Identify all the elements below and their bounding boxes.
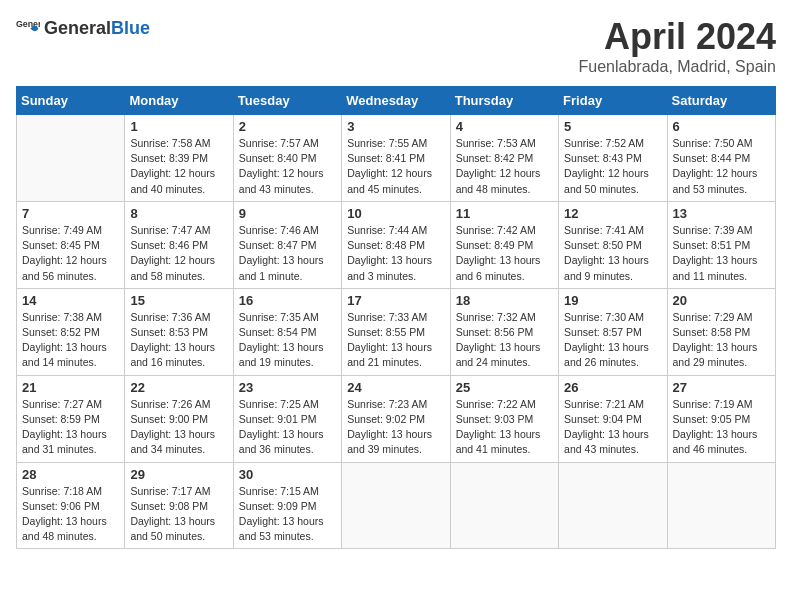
calendar-week-row: 28Sunrise: 7:18 AM Sunset: 9:06 PM Dayli… bbox=[17, 462, 776, 549]
day-number: 12 bbox=[564, 206, 661, 221]
day-info: Sunrise: 7:57 AM Sunset: 8:40 PM Dayligh… bbox=[239, 136, 336, 197]
day-info: Sunrise: 7:46 AM Sunset: 8:47 PM Dayligh… bbox=[239, 223, 336, 284]
calendar-cell: 24Sunrise: 7:23 AM Sunset: 9:02 PM Dayli… bbox=[342, 375, 450, 462]
day-info: Sunrise: 7:52 AM Sunset: 8:43 PM Dayligh… bbox=[564, 136, 661, 197]
calendar-cell: 27Sunrise: 7:19 AM Sunset: 9:05 PM Dayli… bbox=[667, 375, 775, 462]
day-number: 19 bbox=[564, 293, 661, 308]
day-number: 7 bbox=[22, 206, 119, 221]
day-info: Sunrise: 7:21 AM Sunset: 9:04 PM Dayligh… bbox=[564, 397, 661, 458]
calendar-cell: 2Sunrise: 7:57 AM Sunset: 8:40 PM Daylig… bbox=[233, 115, 341, 202]
calendar-cell: 22Sunrise: 7:26 AM Sunset: 9:00 PM Dayli… bbox=[125, 375, 233, 462]
day-info: Sunrise: 7:36 AM Sunset: 8:53 PM Dayligh… bbox=[130, 310, 227, 371]
calendar-cell bbox=[667, 462, 775, 549]
day-number: 26 bbox=[564, 380, 661, 395]
day-number: 27 bbox=[673, 380, 770, 395]
day-of-week-header: Thursday bbox=[450, 87, 558, 115]
day-info: Sunrise: 7:44 AM Sunset: 8:48 PM Dayligh… bbox=[347, 223, 444, 284]
day-info: Sunrise: 7:53 AM Sunset: 8:42 PM Dayligh… bbox=[456, 136, 553, 197]
day-number: 10 bbox=[347, 206, 444, 221]
day-number: 24 bbox=[347, 380, 444, 395]
calendar-cell: 3Sunrise: 7:55 AM Sunset: 8:41 PM Daylig… bbox=[342, 115, 450, 202]
calendar-cell: 10Sunrise: 7:44 AM Sunset: 8:48 PM Dayli… bbox=[342, 201, 450, 288]
day-info: Sunrise: 7:19 AM Sunset: 9:05 PM Dayligh… bbox=[673, 397, 770, 458]
day-number: 16 bbox=[239, 293, 336, 308]
day-info: Sunrise: 7:25 AM Sunset: 9:01 PM Dayligh… bbox=[239, 397, 336, 458]
day-number: 18 bbox=[456, 293, 553, 308]
calendar-cell: 4Sunrise: 7:53 AM Sunset: 8:42 PM Daylig… bbox=[450, 115, 558, 202]
calendar-body: 1Sunrise: 7:58 AM Sunset: 8:39 PM Daylig… bbox=[17, 115, 776, 549]
day-info: Sunrise: 7:30 AM Sunset: 8:57 PM Dayligh… bbox=[564, 310, 661, 371]
calendar-cell: 21Sunrise: 7:27 AM Sunset: 8:59 PM Dayli… bbox=[17, 375, 125, 462]
calendar-cell: 20Sunrise: 7:29 AM Sunset: 8:58 PM Dayli… bbox=[667, 288, 775, 375]
calendar-cell: 16Sunrise: 7:35 AM Sunset: 8:54 PM Dayli… bbox=[233, 288, 341, 375]
day-of-week-header: Wednesday bbox=[342, 87, 450, 115]
day-info: Sunrise: 7:32 AM Sunset: 8:56 PM Dayligh… bbox=[456, 310, 553, 371]
calendar-cell: 15Sunrise: 7:36 AM Sunset: 8:53 PM Dayli… bbox=[125, 288, 233, 375]
day-number: 14 bbox=[22, 293, 119, 308]
calendar-table: SundayMondayTuesdayWednesdayThursdayFrid… bbox=[16, 86, 776, 549]
day-info: Sunrise: 7:17 AM Sunset: 9:08 PM Dayligh… bbox=[130, 484, 227, 545]
logo-icon: General bbox=[16, 16, 40, 40]
day-info: Sunrise: 7:39 AM Sunset: 8:51 PM Dayligh… bbox=[673, 223, 770, 284]
calendar-cell: 5Sunrise: 7:52 AM Sunset: 8:43 PM Daylig… bbox=[559, 115, 667, 202]
calendar-week-row: 1Sunrise: 7:58 AM Sunset: 8:39 PM Daylig… bbox=[17, 115, 776, 202]
day-number: 15 bbox=[130, 293, 227, 308]
calendar-cell: 30Sunrise: 7:15 AM Sunset: 9:09 PM Dayli… bbox=[233, 462, 341, 549]
calendar-cell: 6Sunrise: 7:50 AM Sunset: 8:44 PM Daylig… bbox=[667, 115, 775, 202]
day-info: Sunrise: 7:47 AM Sunset: 8:46 PM Dayligh… bbox=[130, 223, 227, 284]
calendar-cell: 8Sunrise: 7:47 AM Sunset: 8:46 PM Daylig… bbox=[125, 201, 233, 288]
day-info: Sunrise: 7:58 AM Sunset: 8:39 PM Dayligh… bbox=[130, 136, 227, 197]
calendar-cell: 26Sunrise: 7:21 AM Sunset: 9:04 PM Dayli… bbox=[559, 375, 667, 462]
calendar-cell: 25Sunrise: 7:22 AM Sunset: 9:03 PM Dayli… bbox=[450, 375, 558, 462]
day-info: Sunrise: 7:38 AM Sunset: 8:52 PM Dayligh… bbox=[22, 310, 119, 371]
calendar-cell: 7Sunrise: 7:49 AM Sunset: 8:45 PM Daylig… bbox=[17, 201, 125, 288]
page-header: General General Blue April 2024 Fuenlabr… bbox=[16, 16, 776, 76]
day-number: 1 bbox=[130, 119, 227, 134]
logo-general-text: General bbox=[44, 18, 111, 39]
calendar-week-row: 7Sunrise: 7:49 AM Sunset: 8:45 PM Daylig… bbox=[17, 201, 776, 288]
calendar-title-area: April 2024 Fuenlabrada, Madrid, Spain bbox=[579, 16, 776, 76]
day-info: Sunrise: 7:49 AM Sunset: 8:45 PM Dayligh… bbox=[22, 223, 119, 284]
calendar-subtitle: Fuenlabrada, Madrid, Spain bbox=[579, 58, 776, 76]
calendar-week-row: 14Sunrise: 7:38 AM Sunset: 8:52 PM Dayli… bbox=[17, 288, 776, 375]
calendar-title: April 2024 bbox=[579, 16, 776, 58]
day-number: 5 bbox=[564, 119, 661, 134]
calendar-cell: 9Sunrise: 7:46 AM Sunset: 8:47 PM Daylig… bbox=[233, 201, 341, 288]
logo: General General Blue bbox=[16, 16, 150, 40]
day-info: Sunrise: 7:33 AM Sunset: 8:55 PM Dayligh… bbox=[347, 310, 444, 371]
day-number: 22 bbox=[130, 380, 227, 395]
calendar-week-row: 21Sunrise: 7:27 AM Sunset: 8:59 PM Dayli… bbox=[17, 375, 776, 462]
calendar-cell: 1Sunrise: 7:58 AM Sunset: 8:39 PM Daylig… bbox=[125, 115, 233, 202]
calendar-cell: 18Sunrise: 7:32 AM Sunset: 8:56 PM Dayli… bbox=[450, 288, 558, 375]
calendar-cell: 17Sunrise: 7:33 AM Sunset: 8:55 PM Dayli… bbox=[342, 288, 450, 375]
calendar-cell: 12Sunrise: 7:41 AM Sunset: 8:50 PM Dayli… bbox=[559, 201, 667, 288]
day-info: Sunrise: 7:35 AM Sunset: 8:54 PM Dayligh… bbox=[239, 310, 336, 371]
day-info: Sunrise: 7:26 AM Sunset: 9:00 PM Dayligh… bbox=[130, 397, 227, 458]
day-number: 11 bbox=[456, 206, 553, 221]
day-info: Sunrise: 7:29 AM Sunset: 8:58 PM Dayligh… bbox=[673, 310, 770, 371]
day-number: 8 bbox=[130, 206, 227, 221]
day-number: 28 bbox=[22, 467, 119, 482]
day-info: Sunrise: 7:55 AM Sunset: 8:41 PM Dayligh… bbox=[347, 136, 444, 197]
calendar-cell: 23Sunrise: 7:25 AM Sunset: 9:01 PM Dayli… bbox=[233, 375, 341, 462]
calendar-cell: 11Sunrise: 7:42 AM Sunset: 8:49 PM Dayli… bbox=[450, 201, 558, 288]
day-info: Sunrise: 7:23 AM Sunset: 9:02 PM Dayligh… bbox=[347, 397, 444, 458]
day-number: 30 bbox=[239, 467, 336, 482]
day-number: 29 bbox=[130, 467, 227, 482]
calendar-cell bbox=[559, 462, 667, 549]
day-number: 20 bbox=[673, 293, 770, 308]
day-number: 4 bbox=[456, 119, 553, 134]
calendar-header: SundayMondayTuesdayWednesdayThursdayFrid… bbox=[17, 87, 776, 115]
day-number: 17 bbox=[347, 293, 444, 308]
day-info: Sunrise: 7:27 AM Sunset: 8:59 PM Dayligh… bbox=[22, 397, 119, 458]
day-info: Sunrise: 7:41 AM Sunset: 8:50 PM Dayligh… bbox=[564, 223, 661, 284]
day-info: Sunrise: 7:50 AM Sunset: 8:44 PM Dayligh… bbox=[673, 136, 770, 197]
calendar-cell: 14Sunrise: 7:38 AM Sunset: 8:52 PM Dayli… bbox=[17, 288, 125, 375]
day-of-week-header: Tuesday bbox=[233, 87, 341, 115]
day-number: 13 bbox=[673, 206, 770, 221]
day-info: Sunrise: 7:18 AM Sunset: 9:06 PM Dayligh… bbox=[22, 484, 119, 545]
calendar-cell: 19Sunrise: 7:30 AM Sunset: 8:57 PM Dayli… bbox=[559, 288, 667, 375]
day-number: 6 bbox=[673, 119, 770, 134]
calendar-cell bbox=[342, 462, 450, 549]
calendar-cell: 29Sunrise: 7:17 AM Sunset: 9:08 PM Dayli… bbox=[125, 462, 233, 549]
